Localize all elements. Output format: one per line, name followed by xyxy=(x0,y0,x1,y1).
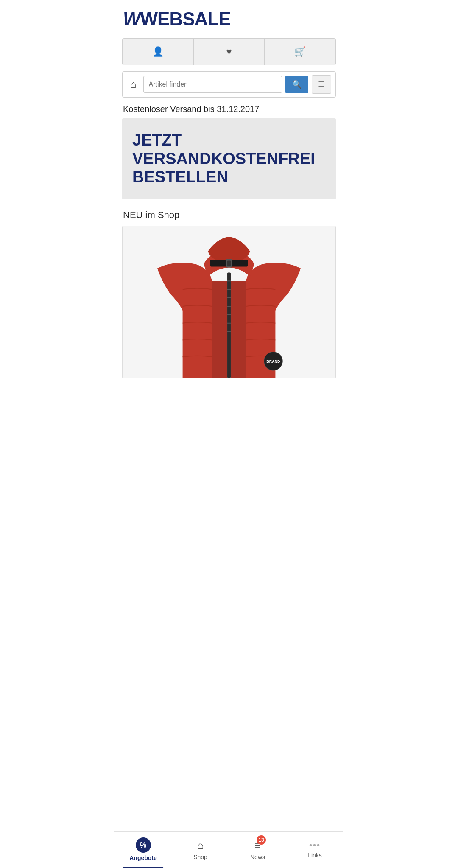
promo-text: Kostenloser Versand bis 31.12.2017 xyxy=(123,104,335,114)
user-button[interactable]: 👤 xyxy=(123,39,194,65)
cart-icon: 🛒 xyxy=(294,46,306,57)
banner-line3: BESTELLEN xyxy=(132,168,326,187)
home-icon: ⌂ xyxy=(130,78,137,90)
section-label: NEU im Shop xyxy=(123,210,179,220)
product-image[interactable]: BRAND xyxy=(122,226,336,378)
search-input[interactable] xyxy=(143,76,282,93)
logo: WWEBSALE xyxy=(123,8,335,30)
new-section-title: NEU im Shop xyxy=(123,210,335,221)
search-bar: ⌂ 🔍 ☰ xyxy=(122,71,336,98)
user-icon: 👤 xyxy=(152,46,164,57)
promo-banner: JETZT VERSANDKOSTENFREI BESTELLEN xyxy=(122,118,336,199)
svg-text:BRAND: BRAND xyxy=(266,359,280,364)
logo-text: WEBSALE xyxy=(140,8,231,29)
banner-line1: JETZT xyxy=(132,131,326,150)
banner-title: JETZT VERSANDKOSTENFREI BESTELLEN xyxy=(132,131,326,187)
banner-line2: VERSANDKOSTENFREI xyxy=(132,150,326,168)
heart-icon: ♥ xyxy=(226,46,232,57)
search-button[interactable]: 🔍 xyxy=(285,76,308,93)
svg-rect-1 xyxy=(227,272,231,378)
wishlist-button[interactable]: ♥ xyxy=(194,39,265,65)
jacket-svg: BRAND xyxy=(123,226,335,378)
action-bar: 👤 ♥ 🛒 xyxy=(122,38,336,65)
hamburger-icon: ☰ xyxy=(318,80,325,89)
search-icon: 🔍 xyxy=(292,80,302,89)
cart-button[interactable]: 🛒 xyxy=(265,39,335,65)
header: WWEBSALE xyxy=(114,0,344,34)
menu-button[interactable]: ☰ xyxy=(312,75,331,94)
home-button[interactable]: ⌂ xyxy=(127,77,140,92)
svg-rect-11 xyxy=(227,261,231,266)
promo-label: Kostenloser Versand bis 31.12.2017 xyxy=(123,104,259,114)
